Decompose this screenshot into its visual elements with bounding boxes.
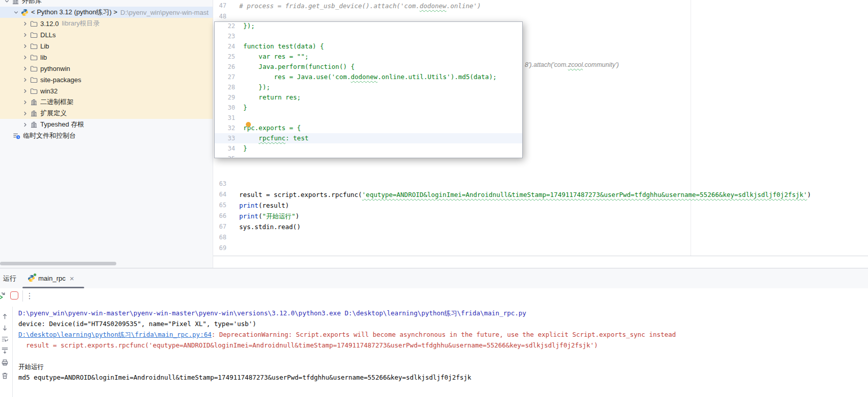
chevron-right-icon[interactable] bbox=[22, 65, 29, 71]
chevron-down-icon[interactable] bbox=[4, 0, 10, 4]
arrow-down-icon[interactable] bbox=[1, 324, 10, 333]
chevron-right-icon[interactable] bbox=[22, 20, 29, 27]
tree-row[interactable]: lib bbox=[0, 52, 213, 63]
tree-row[interactable]: win32 bbox=[0, 85, 213, 96]
code-line: 22}); bbox=[215, 21, 522, 31]
code-token: ) bbox=[807, 191, 811, 198]
code-line: 34} bbox=[215, 143, 522, 154]
console-file-link[interactable]: D:\desktop\learning\python练习\frida\main_… bbox=[18, 331, 212, 338]
code-line: 69 bbox=[213, 243, 868, 254]
arrow-up-icon[interactable] bbox=[1, 313, 10, 322]
line-number: 27 bbox=[215, 72, 235, 82]
tree-row[interactable]: 外部库 bbox=[0, 0, 213, 7]
line-number: 64 bbox=[213, 189, 226, 200]
editor-bottom-border bbox=[213, 256, 868, 256]
more-options-icon[interactable]: ⋮ bbox=[25, 290, 34, 302]
tree-row[interactable]: 二进制框架 bbox=[0, 96, 213, 108]
tree-row-label: 二进制框架 bbox=[40, 97, 73, 107]
console-line: device: Device(id="HT74S0209535", name="… bbox=[18, 318, 868, 329]
code-text: } bbox=[243, 143, 247, 154]
chevron-right-icon[interactable] bbox=[22, 77, 29, 83]
code-token: : test bbox=[286, 134, 309, 142]
close-icon[interactable]: × bbox=[69, 275, 74, 282]
code-text: rpcfunc: test bbox=[243, 133, 309, 143]
line-number: 31 bbox=[215, 113, 235, 123]
console-line: D:\desktop\learning\python练习\frida\main_… bbox=[18, 329, 868, 340]
line-number: 47 bbox=[213, 1, 226, 11]
tree-row-secondary-label: D:\pyenv_win\pyenv-win-mast bbox=[120, 9, 209, 16]
chevron-right-icon[interactable] bbox=[22, 54, 29, 60]
chevron-right-icon[interactable] bbox=[22, 99, 29, 105]
tree-row[interactable]: DLLs bbox=[0, 29, 213, 40]
folder-icon bbox=[30, 64, 38, 72]
code-line: 31 bbox=[215, 113, 522, 123]
console-line: 开始运行 bbox=[18, 361, 868, 372]
chevron-right-icon[interactable] bbox=[22, 121, 29, 128]
folder-icon bbox=[30, 19, 38, 28]
code-text: res = Java.use('com.dodonew.online.util.… bbox=[243, 72, 497, 82]
tree-row[interactable]: site-packages bbox=[0, 74, 213, 85]
line-number: 24 bbox=[215, 41, 235, 52]
tree-row[interactable]: Lib bbox=[0, 40, 213, 52]
tree-row[interactable]: 3.12.0library根目录 bbox=[0, 18, 213, 29]
tree-row[interactable]: < Python 3.12 (python练习) >D:\pyenv_win\p… bbox=[0, 7, 213, 18]
console-text: result = script.exports.rpcfunc('equtype… bbox=[18, 341, 598, 349]
code-token: rpcfunc bbox=[259, 134, 286, 142]
code-text: }); bbox=[243, 21, 255, 31]
chevron-right-icon[interactable] bbox=[22, 43, 29, 49]
stop-icon[interactable] bbox=[10, 291, 18, 300]
chevron-down-icon[interactable] bbox=[13, 9, 19, 15]
scroll-to-end-icon[interactable] bbox=[1, 346, 10, 356]
tree-row-label: site-packages bbox=[40, 76, 81, 84]
console-output[interactable]: D:\pyenv_win\pyenv-win-master\pyenv-win-… bbox=[18, 308, 868, 383]
line-number: 32 bbox=[215, 123, 235, 133]
code-line: 25 var res = ""; bbox=[215, 52, 522, 62]
tree-row-label: 扩展定义 bbox=[40, 109, 67, 118]
line-number: 22 bbox=[215, 21, 235, 31]
chevron-right-icon[interactable] bbox=[22, 32, 29, 38]
code-token: (result) bbox=[259, 202, 289, 209]
line-number: 30 bbox=[215, 103, 235, 113]
code-token: print bbox=[239, 212, 259, 220]
rerun-icon[interactable] bbox=[0, 291, 6, 301]
code-text: } bbox=[243, 103, 247, 113]
library-icon bbox=[30, 98, 38, 106]
tree-row[interactable]: Typeshed 存根 bbox=[0, 119, 213, 130]
run-tab-main-rpc[interactable]: main_rpc × bbox=[22, 269, 79, 287]
code-token: "开始运行" bbox=[262, 212, 295, 220]
code-token: var res = ""; bbox=[243, 53, 309, 60]
tree-row-label: 3.12.0 bbox=[40, 20, 59, 28]
soft-wrap-icon[interactable] bbox=[1, 335, 10, 344]
code-token: dodonew bbox=[351, 73, 378, 81]
folder-icon bbox=[30, 53, 38, 61]
code-line: 24function test(data) { bbox=[215, 41, 522, 52]
code-text: return res; bbox=[243, 92, 301, 103]
console-warning-text: : DeprecationWarning: Script.exports wil… bbox=[212, 331, 676, 338]
line-number: 66 bbox=[213, 211, 226, 221]
code-token: 'equtype=ANDROID&loginImei=Androidnull&t… bbox=[362, 191, 807, 198]
project-tree-panel[interactable]: 外部库< Python 3.12 (python练习) >D:\pyenv_wi… bbox=[0, 0, 213, 268]
console-text: device: Device(id="HT74S0209535", name="… bbox=[18, 320, 257, 328]
chevron-right-icon[interactable] bbox=[22, 88, 29, 94]
code-token: res = Java.use('com. bbox=[243, 73, 351, 81]
line-number: 48 bbox=[213, 11, 226, 22]
line-number: 33 bbox=[215, 133, 235, 143]
trash-icon[interactable] bbox=[1, 372, 10, 381]
line-number: 34 bbox=[215, 143, 235, 154]
code-line: 47# process = frida.get_usb_device().att… bbox=[213, 1, 868, 11]
console-line: md5 equtype=ANDROID&loginImei=Androidnul… bbox=[18, 372, 868, 383]
horizontal-scrollbar-thumb[interactable] bbox=[0, 262, 116, 265]
line-number: 28 bbox=[215, 82, 235, 92]
tree-row-label: DLLs bbox=[40, 31, 56, 39]
folder-icon bbox=[30, 87, 38, 95]
tree-row[interactable]: pythonwin bbox=[0, 63, 213, 74]
code-token: dodonew bbox=[420, 2, 447, 10]
tree-row[interactable]: 扩展定义 bbox=[0, 108, 213, 119]
code-line: 67sys.stdin.read() bbox=[213, 221, 868, 232]
printer-icon[interactable] bbox=[1, 359, 10, 368]
code-preview-popup[interactable]: 22});2324function test(data) {25 var res… bbox=[214, 21, 523, 158]
tree-row[interactable]: 临时文件和控制台 bbox=[0, 130, 213, 141]
code-line: 64result = script.exports.rpcfunc('equty… bbox=[213, 189, 868, 200]
chevron-right-icon[interactable] bbox=[22, 110, 29, 116]
editor-ghost-line: 8').attach('com.zcool.community') bbox=[525, 60, 619, 70]
